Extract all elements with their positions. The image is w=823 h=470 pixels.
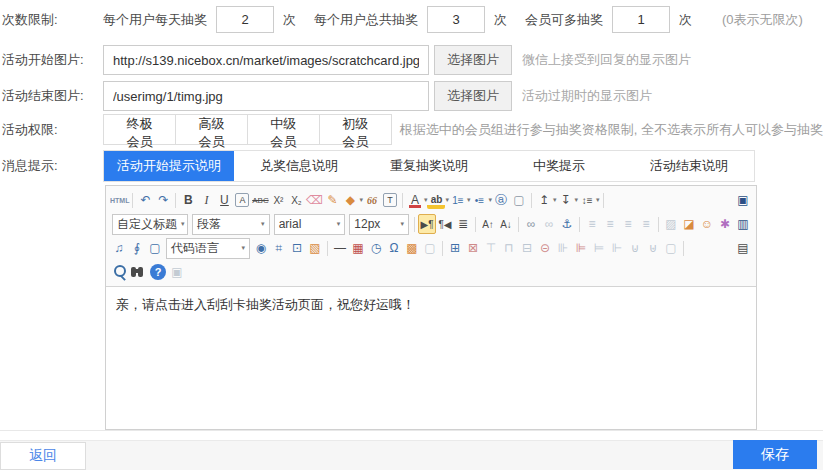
paste-icon[interactable]: ▣ bbox=[168, 262, 186, 282]
end-image-input[interactable] bbox=[103, 81, 429, 111]
horizontal-rule-icon[interactable]: — bbox=[331, 238, 349, 258]
color-brush-icon[interactable]: ◆ bbox=[341, 190, 359, 210]
message-tab-2[interactable]: 兑奖信息说明 bbox=[234, 151, 364, 181]
delete-row-icon[interactable]: ⊝ bbox=[536, 238, 554, 258]
cite-icon[interactable]: ▩ bbox=[403, 238, 421, 258]
member-extra-draw-input[interactable] bbox=[612, 6, 670, 33]
underline-icon[interactable]: U bbox=[215, 190, 233, 210]
insert-date-icon[interactable]: ▦ bbox=[349, 238, 367, 258]
font-color-icon[interactable]: A bbox=[406, 190, 424, 210]
format-brush-icon[interactable]: ✎ bbox=[323, 190, 341, 210]
insert-time-icon[interactable]: ◷ bbox=[367, 238, 385, 258]
insert-code-icon[interactable]: ◉ bbox=[252, 238, 270, 258]
message-tab-4[interactable]: 中奖提示 bbox=[494, 151, 624, 181]
font-size-up-icon[interactable]: A↑ bbox=[479, 214, 497, 234]
editor-content[interactable]: 亲，请点击进入刮刮卡抽奖活动页面，祝您好运哦！ bbox=[106, 287, 756, 429]
bold-icon[interactable]: B bbox=[179, 190, 197, 210]
align-right-icon[interactable]: ≡ bbox=[619, 214, 637, 234]
align-center-icon[interactable]: ≡ bbox=[601, 214, 619, 234]
delete-col-icon[interactable]: ⊫ bbox=[572, 238, 590, 258]
baidu-map-icon[interactable]: ⊡ bbox=[288, 238, 306, 258]
source-code-icon[interactable]: HTML bbox=[110, 190, 129, 210]
superscript-icon[interactable]: X² bbox=[269, 190, 287, 210]
insert-link-icon[interactable]: ∞ bbox=[522, 214, 540, 234]
ltr-paragraph-icon[interactable]: ▶¶ bbox=[418, 214, 436, 234]
permission-option-4[interactable]: 初级会员 bbox=[319, 114, 392, 145]
snapscreen-icon[interactable]: ⌗ bbox=[270, 238, 288, 258]
print-icon[interactable]: ▤ bbox=[734, 238, 752, 258]
total-draw-limit-input[interactable] bbox=[427, 6, 485, 33]
align-left-icon[interactable]: ≡ bbox=[583, 214, 601, 234]
split-cells-icon[interactable]: ⊎ bbox=[644, 238, 662, 258]
help-icon[interactable]: ? bbox=[150, 264, 166, 280]
font-family-select[interactable]: arial▾ bbox=[274, 214, 346, 235]
paste-as-text-icon[interactable]: T bbox=[383, 193, 397, 207]
insert-col-icon[interactable]: ⊪ bbox=[554, 238, 572, 258]
image-manager-icon[interactable]: ◪ bbox=[680, 214, 698, 234]
preview-icon[interactable]: ▣ bbox=[734, 190, 752, 210]
anchor-icon[interactable]: ⚓ bbox=[558, 214, 576, 234]
remove-link-icon[interactable]: ∞ bbox=[540, 214, 558, 234]
insert-table-icon[interactable]: ⊞ bbox=[446, 238, 464, 258]
strikethrough-icon[interactable]: ABC bbox=[251, 190, 269, 210]
anchor-inline-icon[interactable]: ⓐ bbox=[492, 190, 510, 210]
insert-template-icon[interactable]: ▢ bbox=[146, 238, 164, 258]
redo-icon[interactable]: ↷ bbox=[154, 190, 172, 210]
merge-right-icon[interactable]: ⊨ bbox=[590, 238, 608, 258]
code-language-select[interactable]: 代码语言▾ bbox=[166, 238, 250, 259]
scrawl-icon[interactable]: ✱ bbox=[716, 214, 734, 234]
delete-table-icon[interactable]: ⊠ bbox=[464, 238, 482, 258]
daily-draw-limit-input[interactable] bbox=[216, 6, 274, 33]
permission-option-2[interactable]: 高级会员 bbox=[175, 114, 248, 145]
permission-label: 活动权限: bbox=[0, 121, 103, 139]
save-button[interactable]: 保存 bbox=[733, 440, 817, 469]
merge-down-icon[interactable]: ⊩ bbox=[608, 238, 626, 258]
insert-video-icon[interactable]: ▥ bbox=[734, 214, 752, 234]
font-size-down-icon[interactable]: A↓ bbox=[497, 214, 515, 234]
back-button[interactable]: 返回 bbox=[0, 442, 86, 470]
end-image-pick-button[interactable]: 选择图片 bbox=[434, 81, 512, 111]
emotion-icon[interactable]: ☺ bbox=[698, 214, 716, 234]
highlight-color-icon[interactable]: ab bbox=[427, 193, 445, 209]
bordered-text-icon[interactable]: A bbox=[235, 193, 249, 207]
subscript-icon[interactable]: X₂ bbox=[287, 190, 305, 210]
message-tab-3[interactable]: 重复抽奖说明 bbox=[364, 151, 494, 181]
google-map-icon[interactable]: ▧ bbox=[306, 238, 324, 258]
insert-attachment-icon[interactable]: ∮ bbox=[128, 238, 146, 258]
permission-option-3[interactable]: 中级会员 bbox=[247, 114, 320, 145]
insert-music-icon[interactable]: ♫ bbox=[110, 238, 128, 258]
ordered-list-icon[interactable]: 1≡ bbox=[449, 190, 467, 210]
align-justify-icon[interactable]: ≡ bbox=[637, 214, 655, 234]
indent-icon[interactable]: ≣ bbox=[454, 214, 472, 234]
page-break-icon[interactable]: ▢ bbox=[662, 238, 680, 258]
blockquote-icon[interactable]: 66 bbox=[363, 190, 381, 210]
rtl-paragraph-icon[interactable]: ¶◀ bbox=[436, 214, 454, 234]
insert-row-icon[interactable]: ⊟ bbox=[518, 238, 536, 258]
table-title-icon[interactable]: ⊓ bbox=[500, 238, 518, 258]
special-char-icon[interactable]: Ω bbox=[385, 238, 403, 258]
search-icon[interactable] bbox=[110, 262, 128, 282]
merge-cells-icon[interactable]: ⊍ bbox=[626, 238, 644, 258]
unordered-list-icon[interactable]: •≡ bbox=[471, 190, 489, 210]
paragraph-bottom-spacing-icon[interactable]: ↧ bbox=[557, 190, 575, 210]
undo-icon[interactable]: ↶ bbox=[136, 190, 154, 210]
message-tab-5[interactable]: 活动结束说明 bbox=[624, 151, 754, 181]
blank-page-icon[interactable]: ▢ bbox=[510, 190, 528, 210]
start-image-pick-button[interactable]: 选择图片 bbox=[434, 45, 512, 75]
paragraph-top-spacing-icon[interactable]: ↥ bbox=[535, 190, 553, 210]
paragraph-select[interactable]: 段落▾ bbox=[192, 214, 270, 235]
message-tab-1[interactable]: 活动开始提示说明 bbox=[104, 151, 234, 181]
chevron-down-icon: ▾ bbox=[337, 220, 341, 228]
insert-image-icon[interactable]: ▨ bbox=[662, 214, 680, 234]
format-eraser-icon[interactable]: ⌫ bbox=[305, 190, 323, 210]
font-size-select[interactable]: 12px▾ bbox=[349, 214, 409, 235]
line-spacing-icon[interactable]: ↕≡ bbox=[578, 190, 596, 210]
custom-title-select-value: 自定义标题 bbox=[117, 216, 177, 233]
word-image-icon[interactable]: ▢ bbox=[421, 238, 439, 258]
custom-title-select[interactable]: 自定义标题▾ bbox=[112, 214, 188, 235]
italic-icon[interactable]: I bbox=[197, 190, 215, 210]
find-replace-icon[interactable] bbox=[128, 262, 148, 282]
start-image-input[interactable] bbox=[103, 45, 429, 75]
table-caption-icon[interactable]: ⊤ bbox=[482, 238, 500, 258]
permission-option-1[interactable]: 终极会员 bbox=[103, 114, 176, 145]
